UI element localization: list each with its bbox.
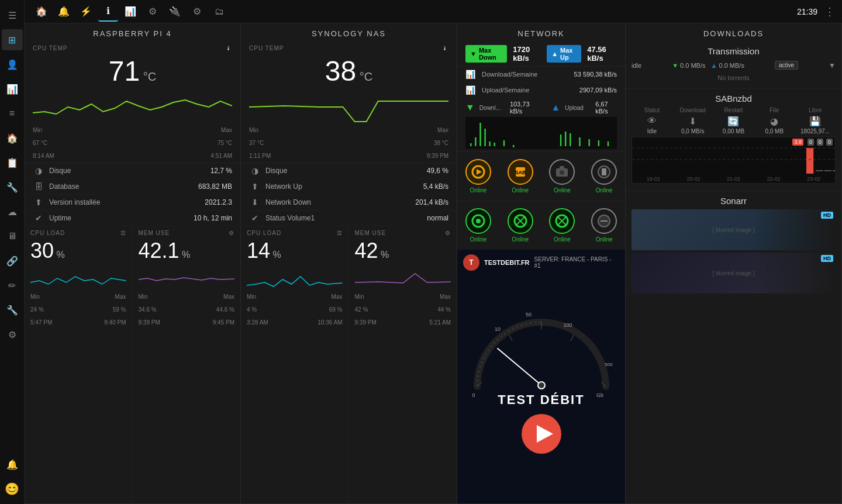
raspberry-cpu-temp-section: CPU TEMP 🌡 71 °C Min 67 °C 8:14 AM Max: [25, 42, 240, 163]
speedtest-server: SERVER: FRANCE - PARIS - #1: [534, 256, 619, 269]
sonarr-section: Sonarr [ blurred image ] HD [ blurred im…: [626, 191, 841, 298]
raspberry-disque-row: ◑ Disque 12,7 %: [25, 163, 240, 179]
network-title: NETWORK: [457, 23, 625, 42]
raspberry-uptime-row: ✔ Uptime 10 h, 12 min: [25, 210, 240, 226]
raspberry-cpu-load-chart: [30, 268, 126, 291]
sidebar-icon-menu[interactable]: ☰: [2, 5, 23, 26]
sidebar-icon-list[interactable]: ≡: [2, 103, 23, 124]
sidebar-icon-settings[interactable]: ⚙: [2, 324, 23, 345]
uptime-icon: ✔: [33, 213, 44, 223]
service-icon-4: [591, 159, 617, 185]
sidebar-icon-edit[interactable]: ✏: [2, 275, 23, 296]
cpu-load-icon: ☰: [120, 230, 126, 236]
topbar-grid[interactable]: 📊: [120, 2, 140, 22]
sabnzbd-file-icon: ◕: [754, 116, 795, 127]
max-up-btn[interactable]: ▲ Max Up: [547, 45, 581, 63]
downloads-panel: DOWNLOADS Transmission idle ▼ 0.0 MB/s ▲…: [626, 23, 842, 504]
svg-point-22: [560, 170, 564, 175]
syn-status-icon: ✔: [249, 213, 261, 223]
svg-line-39: [571, 335, 574, 341]
graph-x-labels: 19-02 20-02 21-02 22-02 23-02: [632, 175, 835, 183]
svg-rect-12: [579, 137, 580, 146]
sidebar-icon-cloud[interactable]: ☁: [2, 201, 23, 222]
raspberry-cpu-temp-chart: [33, 89, 232, 125]
synology-bottom-split: CPU LOAD ☰ 14 % Min 4 % 3:28 AM: [241, 226, 457, 503]
svg-text:50: 50: [525, 312, 531, 317]
svg-rect-11: [570, 133, 571, 146]
max-down-btn[interactable]: ▼ Max Down: [465, 45, 507, 63]
raspberry-cpu-temp-label: CPU TEMP 🌡: [33, 45, 232, 51]
raspberry-cpu-load-minmax: Min 24 % 5:47 PM Max 59 % 9:40 PM: [30, 294, 126, 326]
svg-rect-1: [470, 143, 471, 146]
svg-text:100: 100: [563, 322, 572, 328]
service-icon-7: [549, 208, 575, 234]
topbar-more[interactable]: ⋮: [824, 5, 835, 18]
svg-text:SAB: SAB: [515, 170, 526, 175]
sabnzbd-section: SABnzbd Statut Download Restart File Lib…: [626, 89, 841, 191]
dl-icon: ▼: [465, 102, 475, 113]
speedtest-site: TESTDEBIT.FR: [484, 259, 530, 266]
network-panel: NETWORK ▼ Max Down 1720 kB/s ▲ Max Up 47…: [457, 23, 626, 504]
sidebar-icon-user[interactable]: 👤: [2, 54, 23, 75]
topbar-home[interactable]: 🏠: [32, 2, 51, 22]
synology-status-row: ✔ Status Volume1 normal: [241, 210, 457, 226]
mem-icon: ⚙: [229, 230, 234, 236]
transmission-status-badge[interactable]: active: [775, 61, 798, 70]
sabnzbd-statut-icon: 👁: [632, 116, 672, 127]
svg-rect-9: [560, 134, 561, 146]
service-item-4: Online: [583, 156, 625, 197]
svg-rect-8: [513, 145, 514, 147]
syn-mem-icon: ⚙: [445, 230, 451, 236]
sidebar-icon-monitor[interactable]: 🖥: [2, 226, 23, 247]
sidebar-icon-plugin[interactable]: 🔧: [2, 299, 23, 320]
sidebar-icon-clipboard[interactable]: 📋: [2, 152, 23, 173]
service-icon-2: SAB: [508, 159, 533, 185]
svg-rect-53: [833, 170, 835, 171]
sidebar-icon-link[interactable]: 🔗: [2, 250, 23, 271]
topbar-time: 21:39: [797, 7, 817, 16]
ul-icon: ▲: [551, 102, 560, 113]
speedometer-gauge: 0 10 50 100 Gb 500: [465, 299, 617, 404]
sabnzbd-libre-icon: 💾: [795, 116, 836, 127]
service-icon-3: [549, 159, 575, 185]
raspberry-mem-panel: MEM USE ⚙ 42.1 % Min 34.6 % 9:39 PM: [133, 226, 241, 503]
svg-point-26: [476, 219, 481, 223]
svg-rect-14: [598, 140, 599, 146]
svg-rect-6: [494, 143, 495, 146]
topbar-settings2[interactable]: ⚙: [143, 2, 163, 22]
syn-disque-icon: ◑: [249, 166, 261, 175]
service-icon-1: [465, 159, 491, 185]
svg-text:10: 10: [494, 326, 500, 332]
synology-cpu-temp-minmax: Min 37 °C 1:11 PM Max 38 °C 9:39 PM: [249, 127, 448, 159]
topbar-file[interactable]: 🗂: [209, 2, 229, 22]
disque-icon: ◑: [33, 166, 44, 175]
sidebar-icon-home[interactable]: 🏠: [2, 127, 23, 149]
sonarr-cards: [ blurred image ] HD [ blurred image ] H…: [632, 209, 836, 294]
svg-rect-0: [465, 117, 617, 149]
service-icon-6: [508, 208, 533, 234]
synology-cpu-temp-section: CPU TEMP 🌡 38 °C Min 37 °C 1:11 PM Max: [241, 42, 457, 163]
sabnzbd-restart-icon: 🔄: [713, 116, 754, 127]
raspberry-cpu-load-panel: CPU LOAD ☰ 30 % Min 24 % 5:47 PM: [25, 226, 133, 503]
topbar-info[interactable]: ℹ: [98, 2, 118, 22]
network-upload-week: 📊 Upload/Semaine 2907,09 kB/s: [457, 82, 625, 98]
synology-cpu-load-chart: [247, 268, 343, 291]
sidebar-icon-dashboard[interactable]: ⊞: [2, 29, 23, 50]
topbar-gear[interactable]: ⚙: [187, 2, 207, 22]
sidebar-icon-chart[interactable]: 📊: [2, 78, 23, 99]
sonarr-card-2[interactable]: [ blurred image ] HD: [632, 253, 836, 294]
sidebar-icon-bell[interactable]: 🔔: [2, 454, 23, 475]
raspberry-bottom-split: CPU LOAD ☰ 30 % Min 24 % 5:47 PM: [25, 226, 240, 503]
sidebar-icon-wrench[interactable]: 🔧: [2, 177, 23, 198]
main-content: RASPBERRY PI 4 CPU TEMP 🌡 71 °C Min 67 °…: [25, 23, 842, 504]
sonarr-card-1[interactable]: [ blurred image ] HD: [632, 209, 836, 250]
topbar-lightning[interactable]: ⚡: [76, 2, 96, 22]
topbar-plugin[interactable]: 🔌: [165, 2, 185, 22]
topbar-alert[interactable]: 🔔: [54, 2, 74, 22]
sidebar-icon-avatar[interactable]: 😊: [2, 478, 23, 499]
no-torrents-label: No torrents: [632, 72, 836, 84]
sidebar: ☰ ⊞ 👤 📊 ≡ 🏠 📋 🔧 ☁ 🖥 🔗 ✏ 🔧 ⚙ 🔔 😊: [0, 0, 25, 504]
speedtest-play-btn[interactable]: [521, 413, 562, 454]
synology-network-down-row: ⬇ Network Down 201,4 kB/s: [241, 195, 457, 210]
svg-text:0: 0: [472, 392, 475, 398]
